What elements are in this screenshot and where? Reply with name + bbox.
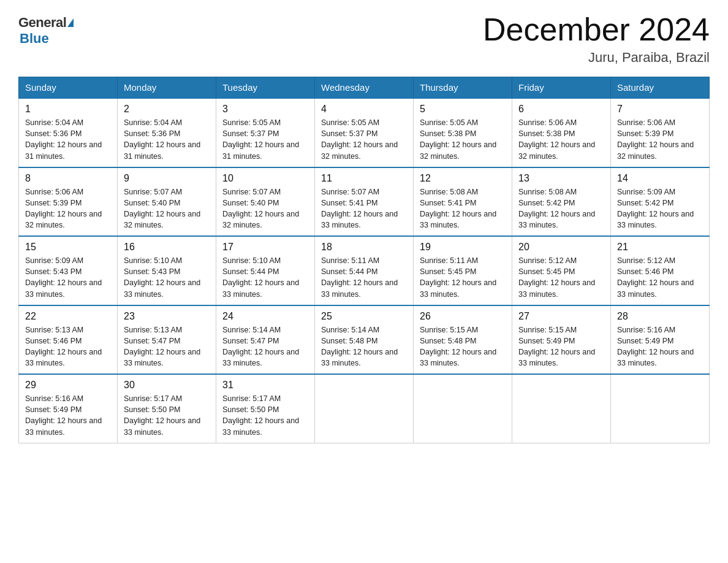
day-number: 6 [518, 104, 604, 115]
table-row: 5 Sunrise: 5:05 AM Sunset: 5:38 PM Dayli… [414, 98, 512, 167]
sunset-text: Sunset: 5:40 PM [124, 199, 180, 207]
day-number: 29 [25, 380, 111, 391]
logo: General Blue [18, 12, 75, 47]
col-header-tuesday: Tuesday [216, 77, 315, 99]
calendar-week-row: 1 Sunrise: 5:04 AM Sunset: 5:36 PM Dayli… [19, 98, 710, 167]
day-number: 31 [222, 380, 308, 391]
sunrise-text: Sunrise: 5:07 AM [222, 188, 281, 196]
table-row: 13 Sunrise: 5:08 AM Sunset: 5:42 PM Dayl… [512, 167, 611, 237]
day-info: Sunrise: 5:07 AM Sunset: 5:40 PM Dayligh… [222, 186, 308, 231]
day-number: 9 [124, 173, 210, 184]
calendar-week-row: 22 Sunrise: 5:13 AM Sunset: 5:46 PM Dayl… [19, 305, 710, 375]
table-row [611, 374, 710, 443]
daylight-text: Daylight: 12 hours and 32 minutes. [25, 210, 102, 229]
sunrise-text: Sunrise: 5:09 AM [25, 256, 83, 265]
sunrise-text: Sunrise: 5:08 AM [518, 188, 577, 196]
day-number: 21 [617, 242, 703, 253]
day-number: 8 [25, 173, 111, 184]
day-number: 3 [222, 104, 308, 115]
sunset-text: Sunset: 5:43 PM [124, 267, 180, 276]
day-info: Sunrise: 5:12 AM Sunset: 5:45 PM Dayligh… [518, 255, 604, 300]
day-number: 11 [321, 173, 407, 184]
daylight-text: Daylight: 12 hours and 33 minutes. [25, 278, 102, 298]
day-info: Sunrise: 5:16 AM Sunset: 5:49 PM Dayligh… [25, 393, 111, 438]
table-row: 28 Sunrise: 5:16 AM Sunset: 5:49 PM Dayl… [611, 305, 710, 375]
calendar-header-row: Sunday Monday Tuesday Wednesday Thursday… [19, 77, 710, 99]
day-number: 16 [124, 242, 210, 253]
day-number: 13 [518, 173, 604, 184]
day-info: Sunrise: 5:14 AM Sunset: 5:47 PM Dayligh… [222, 324, 308, 369]
table-row [414, 374, 512, 443]
day-info: Sunrise: 5:07 AM Sunset: 5:41 PM Dayligh… [321, 186, 407, 231]
sunrise-text: Sunrise: 5:14 AM [321, 326, 379, 334]
sunrise-text: Sunrise: 5:08 AM [420, 188, 478, 196]
table-row: 7 Sunrise: 5:06 AM Sunset: 5:39 PM Dayli… [611, 98, 710, 167]
day-info: Sunrise: 5:13 AM Sunset: 5:46 PM Dayligh… [25, 324, 111, 369]
calendar-week-row: 15 Sunrise: 5:09 AM Sunset: 5:43 PM Dayl… [19, 236, 710, 305]
sunrise-text: Sunrise: 5:15 AM [420, 326, 478, 334]
sunrise-text: Sunrise: 5:16 AM [25, 394, 83, 403]
sunrise-text: Sunrise: 5:17 AM [124, 394, 182, 403]
table-row: 26 Sunrise: 5:15 AM Sunset: 5:48 PM Dayl… [414, 305, 512, 375]
day-info: Sunrise: 5:07 AM Sunset: 5:40 PM Dayligh… [124, 186, 210, 231]
day-info: Sunrise: 5:15 AM Sunset: 5:49 PM Dayligh… [518, 324, 604, 369]
sunrise-text: Sunrise: 5:07 AM [124, 188, 182, 196]
calendar-week-row: 29 Sunrise: 5:16 AM Sunset: 5:49 PM Dayl… [19, 374, 710, 443]
table-row: 25 Sunrise: 5:14 AM Sunset: 5:48 PM Dayl… [315, 305, 414, 375]
sunrise-text: Sunrise: 5:04 AM [124, 118, 182, 127]
sunset-text: Sunset: 5:46 PM [25, 337, 82, 345]
day-number: 1 [25, 104, 111, 115]
col-header-sunday: Sunday [19, 77, 118, 99]
sunset-text: Sunset: 5:42 PM [617, 199, 673, 207]
day-number: 30 [124, 380, 210, 391]
day-info: Sunrise: 5:14 AM Sunset: 5:48 PM Dayligh… [321, 324, 407, 369]
day-number: 28 [617, 311, 703, 322]
day-info: Sunrise: 5:13 AM Sunset: 5:47 PM Dayligh… [124, 324, 210, 369]
day-info: Sunrise: 5:11 AM Sunset: 5:45 PM Dayligh… [420, 255, 506, 300]
col-header-saturday: Saturday [611, 77, 710, 99]
day-info: Sunrise: 5:11 AM Sunset: 5:44 PM Dayligh… [321, 255, 407, 300]
day-number: 7 [617, 104, 703, 115]
logo-blue-text: Blue [20, 31, 49, 46]
table-row: 8 Sunrise: 5:06 AM Sunset: 5:39 PM Dayli… [19, 167, 118, 237]
table-row: 18 Sunrise: 5:11 AM Sunset: 5:44 PM Dayl… [315, 236, 414, 305]
calendar-table: Sunday Monday Tuesday Wednesday Thursday… [18, 77, 710, 443]
table-row: 21 Sunrise: 5:12 AM Sunset: 5:46 PM Dayl… [611, 236, 710, 305]
sunrise-text: Sunrise: 5:05 AM [222, 118, 281, 127]
table-row: 19 Sunrise: 5:11 AM Sunset: 5:45 PM Dayl… [414, 236, 512, 305]
table-row: 16 Sunrise: 5:10 AM Sunset: 5:43 PM Dayl… [118, 236, 216, 305]
daylight-text: Daylight: 12 hours and 32 minutes. [124, 210, 200, 229]
daylight-text: Daylight: 12 hours and 33 minutes. [321, 348, 398, 367]
sunset-text: Sunset: 5:48 PM [321, 337, 377, 345]
page-header: General Blue December 2024 Juru, Paraiba… [18, 12, 710, 66]
sunset-text: Sunset: 5:37 PM [222, 129, 279, 138]
daylight-text: Daylight: 12 hours and 32 minutes. [321, 140, 398, 160]
daylight-text: Daylight: 12 hours and 33 minutes. [222, 278, 299, 298]
sunset-text: Sunset: 5:47 PM [124, 337, 180, 345]
day-number: 2 [124, 104, 210, 115]
sunset-text: Sunset: 5:47 PM [222, 337, 279, 345]
sunrise-text: Sunrise: 5:10 AM [124, 256, 182, 265]
table-row: 11 Sunrise: 5:07 AM Sunset: 5:41 PM Dayl… [315, 167, 414, 237]
col-header-wednesday: Wednesday [315, 77, 414, 99]
table-row: 6 Sunrise: 5:06 AM Sunset: 5:38 PM Dayli… [512, 98, 611, 167]
page-subtitle: Juru, Paraiba, Brazil [483, 50, 710, 66]
day-number: 10 [222, 173, 308, 184]
day-info: Sunrise: 5:12 AM Sunset: 5:46 PM Dayligh… [617, 255, 703, 300]
sunset-text: Sunset: 5:49 PM [617, 337, 673, 345]
day-number: 27 [518, 311, 604, 322]
sunrise-text: Sunrise: 5:13 AM [124, 326, 182, 334]
day-number: 18 [321, 242, 407, 253]
sunrise-text: Sunrise: 5:12 AM [518, 256, 577, 265]
sunrise-text: Sunrise: 5:09 AM [617, 188, 675, 196]
day-info: Sunrise: 5:16 AM Sunset: 5:49 PM Dayligh… [617, 324, 703, 369]
sunrise-text: Sunrise: 5:13 AM [25, 326, 83, 334]
sunrise-text: Sunrise: 5:16 AM [617, 326, 675, 334]
daylight-text: Daylight: 12 hours and 33 minutes. [518, 348, 595, 367]
daylight-text: Daylight: 12 hours and 33 minutes. [420, 348, 496, 367]
page-title: December 2024 [483, 12, 710, 47]
table-row [315, 374, 414, 443]
col-header-friday: Friday [512, 77, 611, 99]
sunrise-text: Sunrise: 5:17 AM [222, 394, 281, 403]
sunrise-text: Sunrise: 5:05 AM [321, 118, 379, 127]
